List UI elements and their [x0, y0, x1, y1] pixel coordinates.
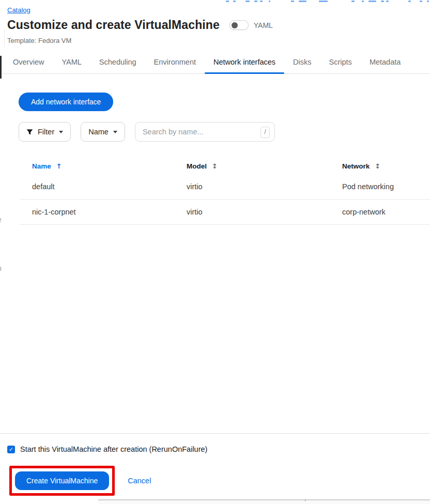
- tab-scheduling[interactable]: Scheduling: [90, 53, 145, 73]
- column-header-network[interactable]: Network ↕: [342, 162, 430, 170]
- start-after-creation-row: ✓ Start this VirtualMachine after creati…: [7, 445, 430, 453]
- clipped-bottom-panel-edge: [98, 499, 430, 504]
- cell-model: virtio: [187, 182, 342, 191]
- cell-name: default: [32, 182, 187, 191]
- tab-environment[interactable]: Environment: [145, 53, 205, 73]
- network-interfaces-panel: Add network interface Filter Name / Name…: [0, 74, 430, 225]
- tab-disks[interactable]: Disks: [284, 53, 320, 73]
- filter-dropdown-label: Filter: [38, 128, 54, 136]
- search-attribute-dropdown[interactable]: Name: [81, 122, 125, 142]
- cell-name: nic-1-corpnet: [32, 208, 187, 216]
- sort-ascending-icon[interactable]: ↑: [56, 162, 62, 170]
- tab-metadata[interactable]: Metadata: [361, 53, 409, 73]
- page-title: Customize and create VirtualMachine: [7, 18, 220, 32]
- template-subtitle: Template: Fedora VM: [7, 37, 430, 44]
- tab-bar: Overview YAML Scheduling Environment Net…: [0, 53, 430, 74]
- column-header-name[interactable]: Name ↑: [32, 162, 187, 170]
- breadcrumb-catalog-link[interactable]: Catalog: [7, 6, 30, 14]
- table-row[interactable]: default virtio Pod networking: [20, 174, 430, 200]
- tab-scripts[interactable]: Scripts: [320, 53, 361, 73]
- tab-yaml[interactable]: YAML: [53, 53, 90, 73]
- customize-vm-page: r e p r Catalog Customize and create Vir…: [0, 0, 430, 504]
- list-toolbar: Filter Name /: [19, 122, 430, 142]
- search-input[interactable]: [143, 128, 256, 136]
- cell-network: corp-network: [342, 208, 430, 216]
- cell-network: Pod networking: [342, 182, 430, 191]
- clipped-bottom-divider: [305, 499, 305, 501]
- sortable-icon[interactable]: ↕: [212, 162, 218, 170]
- toggle-knob: [232, 22, 238, 28]
- start-vm-checkbox[interactable]: ✓: [7, 446, 15, 453]
- cancel-link[interactable]: Cancel: [128, 477, 151, 485]
- create-footer: ✓ Start this VirtualMachine after creati…: [0, 433, 430, 496]
- yaml-toggle-switch[interactable]: [229, 20, 249, 30]
- table-header-row: Name ↑ Model ↕ Network ↕: [20, 158, 430, 174]
- footer-actions: Create VirtualMachine Cancel: [0, 466, 430, 496]
- filter-funnel-icon: [26, 129, 33, 135]
- clipped-top-text-fragments: [221, 1, 430, 3]
- red-annotation-highlight: Create VirtualMachine: [9, 466, 115, 496]
- chevron-down-icon: [59, 131, 63, 133]
- yaml-toggle-label: YAML: [254, 21, 273, 29]
- tab-network-interfaces[interactable]: Network interfaces: [205, 53, 284, 73]
- chevron-down-icon: [113, 131, 117, 133]
- table-row[interactable]: nic-1-corpnet virtio corp-network: [20, 200, 430, 225]
- slash-shortcut-badge: /: [260, 127, 270, 138]
- column-header-model[interactable]: Model ↕: [187, 162, 342, 170]
- start-vm-checkbox-label[interactable]: Start this VirtualMachine after creation…: [20, 445, 207, 453]
- search-box: /: [135, 122, 275, 142]
- clipped-left-scroll-indicator: [0, 56, 2, 79]
- create-virtualmachine-button[interactable]: Create VirtualMachine: [15, 471, 109, 490]
- filter-dropdown[interactable]: Filter: [19, 122, 71, 142]
- tab-overview[interactable]: Overview: [4, 53, 53, 73]
- network-interfaces-table: Name ↑ Model ↕ Network ↕ default virtio …: [0, 158, 430, 225]
- search-attribute-label: Name: [88, 128, 109, 136]
- add-network-interface-button[interactable]: Add network interface: [19, 93, 113, 111]
- checkmark-icon: ✓: [9, 447, 13, 452]
- cell-model: virtio: [187, 208, 342, 216]
- sortable-icon[interactable]: ↕: [375, 162, 380, 170]
- clipped-sidebar-edge: [4, 28, 5, 47]
- breadcrumb: Catalog: [7, 5, 430, 14]
- page-header: Catalog Customize and create VirtualMach…: [0, 0, 430, 44]
